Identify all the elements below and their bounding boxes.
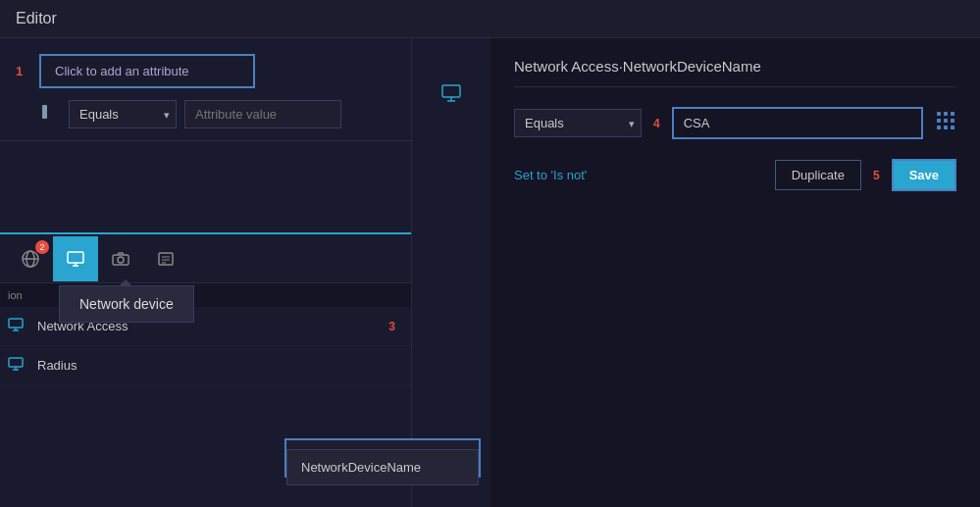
save-button[interactable]: Save [892,159,956,191]
editor-root: Editor 1 Click to add an attribute [0,0,980,507]
network-access-icon [8,317,27,335]
svg-rect-5 [68,252,83,263]
radius-label: Radius [37,358,403,373]
radius-icon [8,356,27,375]
tooltip-text: Network device [79,296,174,312]
right-content-area: Network Access·NetworkDeviceName Equals … [412,38,980,507]
attr-value-input[interactable] [184,100,341,128]
right-icon-col [412,38,490,507]
tabs-area: 2 [0,234,411,283]
svg-rect-28 [951,119,954,123]
tab-globe[interactable]: 2 [8,236,53,281]
svg-rect-30 [944,126,948,129]
duplicate-button[interactable]: Duplicate [775,160,861,190]
svg-rect-23 [937,112,941,116]
save-number: 5 [873,169,880,182]
set-not-button[interactable]: Set to 'Is not' [514,168,587,182]
right-equals-wrapper: Equals [514,109,642,137]
editor-header: Editor [0,0,980,38]
equals-dropdown[interactable]: Equals [69,100,177,128]
right-form: Network Access·NetworkDeviceName Equals … [490,38,980,507]
add-attr-row: 1 Click to add an attribute [16,54,395,88]
svg-point-1 [44,116,46,118]
attr-dropdown: NetworkDeviceName NetworkDeviceName [284,438,481,478]
right-equals-dropdown[interactable]: Equals [514,109,642,137]
svg-rect-26 [937,119,941,123]
attr-dropdown-sub: NetworkDeviceName [286,449,479,485]
left-panel: 1 Click to add an attribute [0,38,412,507]
add-attribute-button[interactable]: Click to add an attribute [39,54,255,88]
tab-monitor[interactable] [53,236,98,281]
editor-title: Editor [16,10,57,26]
attr-dropdown-sub-item[interactable]: NetworkDeviceName [287,450,478,484]
svg-rect-20 [442,85,460,97]
svg-rect-24 [944,112,948,116]
tab-list[interactable] [143,236,188,281]
dots-icon[interactable] [935,110,956,136]
network-device-tooltip: Network device [59,285,194,323]
editor-main: 1 Click to add an attribute [0,38,980,507]
tab-camera[interactable] [98,236,143,281]
list-item-radius[interactable]: Radius [0,346,411,385]
right-form-title: Network Access·NetworkDeviceName [514,58,956,87]
condition-row: Equals [16,100,395,128]
equals-dropdown-wrapper: Equals [69,100,177,128]
value-input[interactable] [672,107,923,139]
svg-rect-31 [951,126,954,129]
add-attr-area: 1 Click to add an attribute [0,38,411,141]
tab-globe-badge: 2 [35,240,49,254]
svg-rect-25 [951,112,954,116]
svg-rect-27 [944,119,948,123]
svg-rect-14 [9,319,23,328]
svg-rect-29 [937,126,941,129]
svg-point-9 [118,257,124,263]
network-access-number: 3 [388,320,395,333]
condition-icon [39,103,57,126]
right-form-condition-row: Equals 4 [514,107,956,139]
value-input-wrapper [672,107,923,139]
left-panel-top: 1 Click to add an attribute [0,38,411,234]
row-number-1: 1 [16,64,29,78]
right-actions: Set to 'Is not' Duplicate 5 Save [514,159,956,191]
svg-rect-17 [9,358,23,367]
value-number: 4 [653,117,660,130]
